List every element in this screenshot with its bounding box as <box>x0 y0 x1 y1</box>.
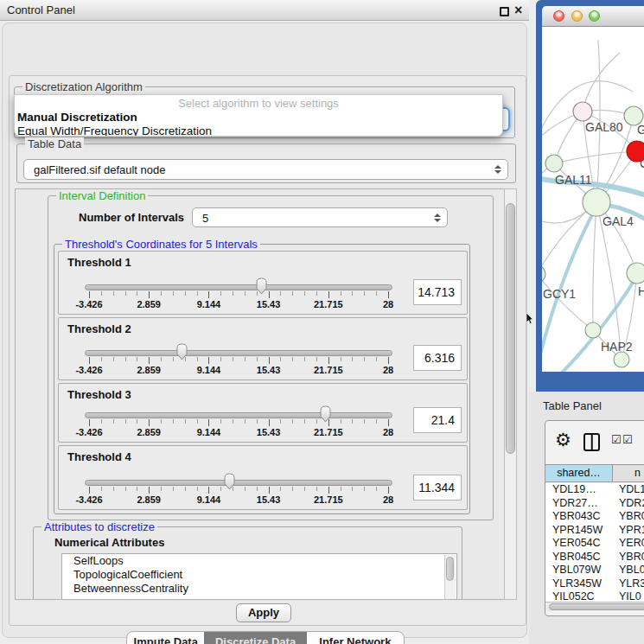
slider-track[interactable] <box>85 480 392 486</box>
tab-label: Discretize Data <box>215 635 296 644</box>
table-row[interactable]: YDR27…YDR2 <box>545 497 644 511</box>
numerical-attributes-list[interactable]: SelfLoopsTopologicalCoefficientBetweenne… <box>61 553 457 600</box>
minor-tick <box>113 487 114 491</box>
tab-label: Infer Network <box>319 635 391 644</box>
split-columns-icon[interactable] <box>583 433 600 451</box>
table-row[interactable]: YIL052CYIL0 <box>545 590 644 602</box>
minimize-light[interactable] <box>571 10 583 22</box>
tick-label: 15.43 <box>247 494 290 505</box>
minor-tick <box>137 357 137 361</box>
column-header-name[interactable]: n <box>613 465 644 481</box>
minor-tick <box>233 291 233 296</box>
major-tick <box>328 291 329 298</box>
network-window-titlebar[interactable] <box>542 6 644 27</box>
slider-thumb[interactable] <box>254 277 269 295</box>
minor-tick <box>161 291 162 296</box>
minor-tick <box>173 291 174 296</box>
table-row[interactable]: YBR043CYBR0 <box>545 510 644 524</box>
node-label: HAP2 <box>601 340 633 354</box>
table-hscrollbar[interactable] <box>545 602 644 611</box>
table-row[interactable]: YPR145WYPR1 <box>545 524 644 538</box>
algorithm-hint-item[interactable]: Select algorithm to view settings <box>15 97 502 110</box>
checkbox-checked-icon[interactable]: ☑ <box>622 433 633 446</box>
tick-label: 28 <box>367 494 410 505</box>
major-tick <box>328 357 329 364</box>
threshold-value-field[interactable]: 21.4 <box>413 407 462 433</box>
minor-tick <box>304 419 305 424</box>
cell-name: YLR3 <box>613 577 644 591</box>
cell-name: YER0 <box>613 537 644 551</box>
minor-tick <box>341 487 341 491</box>
minor-tick <box>173 419 174 424</box>
list-scrollbar-thumb[interactable] <box>446 557 454 581</box>
close-icon[interactable]: × <box>514 2 522 19</box>
list-scrollbar[interactable] <box>444 555 456 600</box>
gear-icon[interactable]: ⚙ <box>555 430 571 450</box>
slider-thumb[interactable] <box>222 473 237 490</box>
minor-tick <box>245 291 245 296</box>
threshold-title: Threshold 1 <box>67 256 131 269</box>
tick-label: -3.426 <box>67 494 111 505</box>
minor-tick <box>185 487 186 491</box>
major-tick <box>149 487 150 494</box>
table-hscrollbar-thumb[interactable] <box>549 603 644 610</box>
minor-tick <box>220 357 221 361</box>
slider-track[interactable] <box>85 412 392 418</box>
list-item[interactable]: TopologicalCoefficient <box>62 568 456 582</box>
slider-track[interactable] <box>85 350 392 356</box>
edge <box>593 202 596 330</box>
minor-tick <box>137 487 137 491</box>
minor-tick <box>197 419 198 424</box>
algorithm-option-equal-width[interactable]: Equal Width/Frequency Discretization <box>17 124 212 137</box>
tab-discretize-data[interactable]: Discretize Data <box>204 632 306 644</box>
table-row[interactable]: YER054CYER0 <box>545 537 644 551</box>
threshold-panel: Threshold 1-3.4262.8599.14415.4321.71528… <box>58 251 468 315</box>
float-window-icon[interactable] <box>500 7 509 16</box>
apply-button[interactable]: Apply <box>236 603 291 622</box>
threshold-value-field[interactable]: 14.713 <box>413 279 462 305</box>
combo-stepper-icon[interactable] <box>494 165 501 174</box>
close-light[interactable] <box>553 10 564 22</box>
tab-impute-data[interactable]: Impute Data <box>127 632 204 644</box>
minor-tick <box>197 487 198 491</box>
minor-tick <box>376 487 377 491</box>
zoom-light[interactable] <box>589 10 600 22</box>
slider-track[interactable] <box>85 284 392 290</box>
table-row[interactable]: YBR045CYBR0 <box>545 551 644 564</box>
major-tick <box>388 419 389 426</box>
list-item[interactable]: SelfLoops <box>62 554 456 568</box>
number-of-intervals-combo[interactable]: 5 <box>192 207 448 227</box>
network-canvas[interactable]: GAL80GCGAL11GAL4GCY1HHAP2 <box>542 27 644 372</box>
minor-tick <box>316 357 317 361</box>
tab-infer-network[interactable]: Infer Network <box>307 632 404 644</box>
combo-stepper-icon[interactable] <box>434 214 441 222</box>
table-rows: YDL19…YDL1YDR27…YDR2YBR043CYBR0YPR145WYP… <box>545 483 644 602</box>
node-label: G <box>637 123 644 137</box>
threshold-value-field[interactable]: 11.344 <box>413 475 462 501</box>
algorithm-dropdown-popup: Select algorithm to view settings Manual… <box>14 94 503 137</box>
checkbox-checked-icon[interactable]: ☑ <box>611 433 622 446</box>
thresholds-group: Threshold's Coordinates for 5 Intervals … <box>54 244 470 514</box>
settings-scrollbar-thumb[interactable] <box>506 203 515 454</box>
minor-tick <box>280 357 281 361</box>
table-row[interactable]: YBL079WYBL0 <box>545 564 644 577</box>
threshold-value-field[interactable]: 6.316 <box>413 345 462 371</box>
table-row[interactable]: YLR345WYLR3 <box>545 577 644 591</box>
slider-thumb[interactable] <box>318 405 333 423</box>
minor-tick <box>364 291 365 296</box>
table-row[interactable]: YDL19…YDL1 <box>545 483 644 497</box>
list-item[interactable]: BetweennessCentrality <box>62 582 456 596</box>
numerical-attributes-label: Numerical Attributes <box>54 536 164 549</box>
table-data-combo[interactable]: galFiltered.sif default node <box>23 159 508 180</box>
threshold-panel: Threshold 2-3.4262.8599.14415.4321.71528… <box>58 317 468 380</box>
column-header-shared-name[interactable]: shared… <box>545 465 613 481</box>
minor-tick <box>352 357 353 361</box>
slider-thumb[interactable] <box>175 343 189 360</box>
algorithm-option-manual[interactable]: Manual Discretization <box>17 111 137 124</box>
settings-scrollbar[interactable] <box>504 188 517 600</box>
number-of-intervals-value: 5 <box>202 211 208 224</box>
major-tick <box>269 487 270 494</box>
minor-tick <box>376 291 377 296</box>
minor-tick <box>304 357 305 361</box>
minor-tick <box>364 487 365 491</box>
